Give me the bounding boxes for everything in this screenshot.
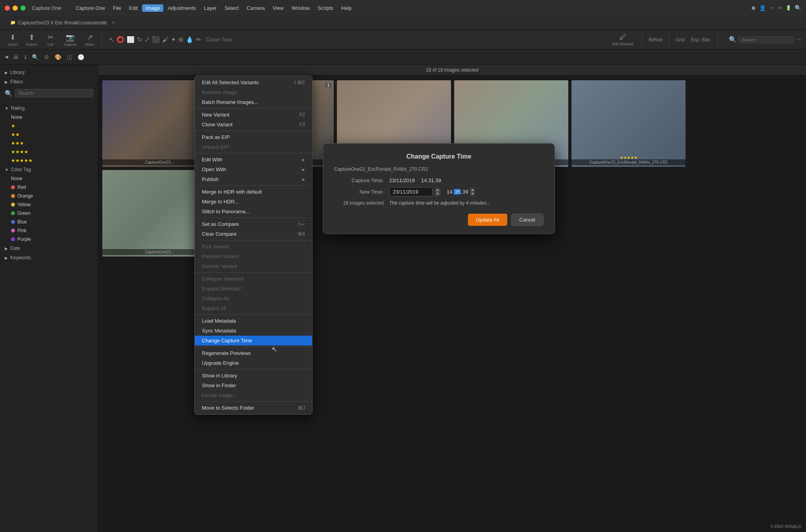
menu-camera[interactable]: Camera (243, 4, 268, 12)
menu-window[interactable]: Window (288, 4, 313, 12)
edit-selected-button[interactable]: 🖊 Edit Selected (608, 31, 637, 48)
ctx-sync-metadata[interactable]: Sync Metadata (195, 326, 312, 336)
ctx-merge-hdr-default[interactable]: Merge to HDR with default (195, 187, 312, 197)
ctx-publish[interactable]: Publish (195, 174, 312, 184)
image-thumb-5[interactable]: CaptureOne23_EricRonald_RAWs_276.CR2 ★★★… (571, 80, 686, 167)
exp-war-label[interactable]: Exp. War. (689, 35, 713, 44)
ctx-edit-all-variants[interactable]: Edit All Selected Variants ⇧⌘E (195, 78, 312, 87)
new-date-input[interactable] (389, 187, 433, 196)
add-icon[interactable]: ＋ (769, 4, 775, 11)
menu-view[interactable]: View (269, 4, 287, 12)
heal-tool-icon[interactable]: ✦ (171, 36, 176, 43)
transform-tool-icon[interactable]: ⤢ (144, 36, 150, 43)
close-button[interactable] (5, 6, 10, 11)
menu-image[interactable]: Image (142, 4, 163, 12)
close-tab-btn[interactable]: ✕ (111, 20, 115, 25)
color-tag-green[interactable]: Green (0, 209, 98, 218)
color-tag-blue[interactable]: Blue (0, 218, 98, 226)
sidebar-library-header[interactable]: ▶ Library (0, 68, 98, 77)
search-panel-icon[interactable]: 🔍 (30, 53, 40, 61)
history-icon[interactable]: 🕐 (76, 53, 86, 61)
adjustments-icon[interactable]: ⚙ (43, 53, 51, 61)
sidebar-rating-header[interactable]: ▼ Rating (0, 103, 98, 113)
ctx-open-with[interactable]: Open With (195, 164, 312, 174)
import-button[interactable]: ⬇ Import (4, 31, 21, 48)
pen-tool-icon[interactable]: ✏ (196, 36, 201, 43)
color-tag-yellow[interactable]: Yellow (0, 200, 98, 209)
fullscreen-button[interactable] (20, 6, 26, 11)
notification-icon[interactable]: ⏺ (751, 5, 756, 11)
ctx-edit-with[interactable]: Edit With (195, 155, 312, 164)
menu-edit[interactable]: Edit (126, 4, 141, 12)
ctx-stitch-panorama[interactable]: Stitch to Panorama... (195, 207, 312, 216)
color-tag-red[interactable]: Red (0, 183, 98, 192)
color-tag-none[interactable]: None (0, 174, 98, 183)
menu-scripts[interactable]: Scripts (314, 4, 337, 12)
menu-adjustments[interactable]: Adjustments (164, 4, 200, 12)
rating-none[interactable]: None (0, 113, 98, 122)
time-stepper-down[interactable]: ▼ (470, 192, 475, 196)
menu-layer[interactable]: Layer (200, 4, 220, 12)
lasso-tool-icon[interactable]: ⭕ (116, 36, 124, 43)
color-tag-purple[interactable]: Purple (0, 235, 98, 244)
ctx-upgrade-engine[interactable]: Upgrade Engine (195, 358, 312, 368)
rotate-tool-icon[interactable]: ↻ (137, 36, 142, 43)
date-stepper-down[interactable]: ▼ (435, 192, 440, 196)
ctx-batch-rename[interactable]: Batch Rename Images... (195, 97, 312, 107)
ctx-set-compare[interactable]: Set as Compare ⇧↩ (195, 219, 312, 229)
ctx-load-metadata[interactable]: Load Metadata (195, 316, 312, 326)
crop-tool-icon[interactable]: ⬜ (127, 36, 135, 43)
details-icon[interactable]: ◫ (65, 53, 74, 61)
ctx-new-variant[interactable]: New Variant F2 (195, 110, 312, 120)
paint-tool-icon[interactable]: 🖌 (162, 36, 168, 43)
cancel-button[interactable]: Cancel (511, 214, 543, 226)
ctx-show-in-library[interactable]: Show in Library (195, 371, 312, 381)
rating-3star[interactable]: ★★★ (0, 139, 98, 148)
menu-help[interactable]: Help (338, 4, 355, 12)
sidebar-filters-header[interactable]: ▶ Filters (0, 77, 98, 87)
more-options-icon[interactable]: ⋯ (797, 37, 802, 43)
profile-icon[interactable]: 👤 (759, 5, 766, 11)
ctx-show-in-finder[interactable]: Show in Finder (195, 381, 312, 390)
mask-tool-icon[interactable]: ⬛ (152, 36, 160, 43)
rating-5star[interactable]: ★★★★★ (0, 156, 98, 165)
minimize-button[interactable] (13, 6, 18, 11)
sidebar-keywords-header[interactable]: ▶ Keywords (0, 253, 98, 262)
search-icon[interactable]: 🔍 (795, 5, 801, 11)
time-stepper-up[interactable]: ▲ (470, 188, 475, 192)
cull-button[interactable]: ✂ Cull (42, 31, 59, 48)
date-stepper-up[interactable]: ▲ (435, 188, 440, 192)
sidebar-search-input[interactable] (15, 89, 93, 98)
grid-label[interactable]: Grid (674, 35, 686, 44)
color-tag-pink[interactable]: Pink (0, 226, 98, 235)
eyedrop-tool-icon[interactable]: 💧 (186, 36, 194, 43)
rating-2star[interactable]: ★★ (0, 130, 98, 139)
share-icon[interactable]: ✂ (778, 5, 782, 11)
ctx-clone-variant[interactable]: Clone Variant F3 (195, 120, 312, 129)
share-button[interactable]: ↗ Share (81, 31, 98, 48)
collapse-sidebar-icon[interactable]: ◀ (3, 54, 9, 59)
ctx-merge-hdr[interactable]: Merge to HDR... (195, 197, 312, 207)
clone-tool-icon[interactable]: ⊕ (178, 36, 183, 43)
ctx-clear-compare[interactable]: Clear Compare ⌘8 (195, 229, 312, 239)
menu-select[interactable]: Select (221, 4, 242, 12)
color-tag-orange[interactable]: Orange (0, 192, 98, 200)
library-panel-icon[interactable]: 🏛 (12, 53, 20, 61)
rating-4star[interactable]: ★★★★ (0, 148, 98, 156)
capture-button[interactable]: 📷 Capture (61, 31, 79, 48)
ctx-move-selects[interactable]: Move to Selects Folder ⌘J (195, 403, 312, 413)
ctx-pack-eip[interactable]: Pack as EIP (195, 132, 312, 142)
sidebar-date-header[interactable]: ▶ Date (0, 244, 98, 253)
ctx-regenerate-previews[interactable]: Regenerate Previews (195, 348, 312, 358)
cursor-tool-icon[interactable]: ↖ (109, 36, 114, 43)
sidebar-color-tag-header[interactable]: ▼ Color Tag (0, 165, 98, 174)
rating-1star[interactable]: ★ (0, 122, 98, 130)
metadata-icon[interactable]: ℹ (23, 53, 28, 61)
search-input[interactable] (738, 36, 793, 43)
export-button[interactable]: ⬆ Export (23, 31, 40, 48)
ctx-change-capture-time[interactable]: Change Capture Time (195, 336, 312, 345)
menu-capture-one[interactable]: Capture One (72, 4, 108, 12)
before-label[interactable]: Before (647, 35, 664, 44)
menu-file[interactable]: File (109, 4, 125, 12)
session-tab[interactable]: 📁 CaptureOne23 X Eric Ronald.cosessiondb… (6, 18, 119, 27)
